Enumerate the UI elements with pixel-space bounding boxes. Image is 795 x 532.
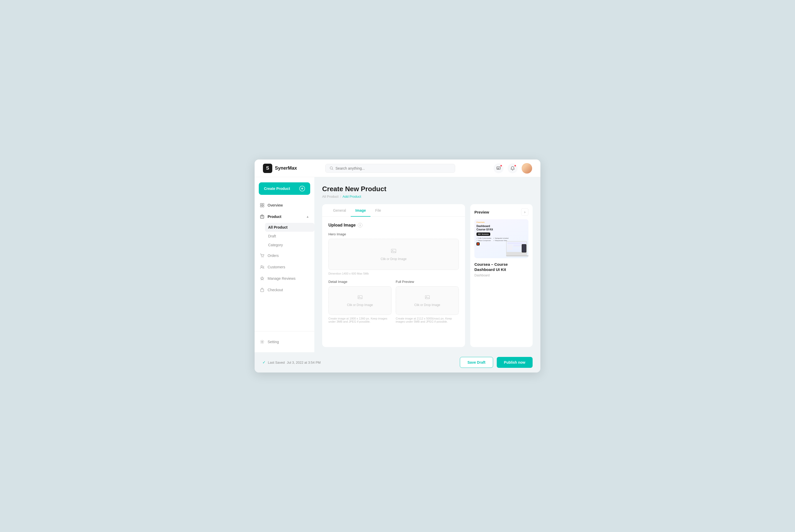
svg-point-9 [261, 265, 262, 267]
content-area: Create New Product All Product / Add Pro… [314, 177, 541, 352]
sidebar-item-orders[interactable]: Orders [254, 250, 314, 261]
svg-rect-10 [261, 289, 264, 292]
form-card: General Image File Upload Image i Hero I… [322, 204, 465, 347]
avatar-image [522, 163, 532, 173]
header: S SynerMax [254, 159, 541, 177]
preview-card: Preview › Courses DashboardCourse UI Kit… [470, 204, 533, 347]
last-saved: ✓ Last Saved Jul 3, 2022 at 3:54 PM [262, 360, 321, 365]
subnav-all-product[interactable]: All Product [265, 223, 314, 232]
box-icon [260, 214, 264, 219]
avatar[interactable] [522, 163, 532, 173]
preview-product-name: Coursea – Course Dashboard UI Kit [474, 262, 528, 272]
product-subnav: All Product Draft Category [254, 223, 314, 249]
info-icon[interactable]: i [358, 223, 362, 228]
logo-area: S SynerMax [263, 164, 320, 173]
notifications-button[interactable] [508, 164, 517, 173]
orders-label: Orders [268, 253, 279, 258]
search-bar [325, 164, 455, 173]
footer-actions: Save Draft Publish now [460, 357, 533, 368]
publish-button[interactable]: Publish now [497, 357, 533, 368]
bag-icon [260, 288, 264, 292]
check-icon: ✓ [262, 360, 266, 365]
hero-image-upload[interactable]: Clik or Drop Image [328, 239, 459, 270]
detail-row: Detail Image Cli [328, 280, 459, 323]
sidebar: Create Product + Overview Product [254, 177, 314, 352]
hero-upload-hint: Dimention 1400 x 600 Max 5Mb [328, 272, 459, 275]
header-actions [494, 163, 532, 173]
logo-icon: S [263, 164, 272, 173]
preview-next-button[interactable]: › [521, 208, 528, 215]
svg-rect-4 [260, 206, 262, 207]
svg-rect-12 [391, 249, 396, 253]
svg-rect-3 [262, 203, 264, 205]
search-input[interactable] [336, 166, 451, 170]
messages-badge [500, 165, 503, 167]
notifications-badge [514, 165, 516, 167]
cart-icon [260, 253, 264, 258]
save-draft-button[interactable]: Save Draft [460, 357, 493, 368]
app-window: S SynerMax [254, 159, 541, 373]
content-body: General Image File Upload Image i Hero I… [322, 204, 533, 347]
breadcrumb-parent[interactable]: All Product [322, 194, 339, 198]
svg-point-7 [262, 256, 262, 257]
breadcrumb: All Product / Add Product [322, 194, 533, 198]
breadcrumb-separator: / [340, 194, 341, 198]
last-saved-time: Jul 3, 2022 at 3:54 PM [287, 361, 321, 364]
create-product-button[interactable]: Create Product + [259, 182, 310, 195]
hero-upload-text: Clik or Drop Image [381, 257, 406, 261]
upload-icon-full [424, 294, 430, 302]
sidebar-item-customers[interactable]: Customers [254, 262, 314, 272]
full-preview-hint: Create image at 2112 x 5000(max) px. Kee… [396, 317, 459, 323]
preview-brand-label: Courses [476, 221, 485, 223]
svg-point-11 [262, 341, 263, 343]
detail-image-label: Detail Image [328, 280, 392, 284]
full-preview-upload[interactable]: Clik or Drop Image [396, 286, 459, 315]
svg-point-8 [263, 256, 263, 257]
svg-point-15 [359, 297, 360, 297]
full-preview-label: Full Preview [396, 280, 459, 284]
subnav-draft[interactable]: Draft [268, 232, 314, 241]
preview-illustration: Courses DashboardCourse UI Kit 60+ Scree… [474, 219, 528, 258]
main-layout: Create Product + Overview Product [254, 177, 541, 352]
checkout-label: Checkout [268, 288, 283, 292]
upload-icon [391, 248, 397, 255]
grid-icon [260, 203, 264, 208]
overview-label: Overview [268, 203, 283, 207]
screens-badge: 60+ Screens [476, 232, 490, 236]
tabs: General Image File [322, 204, 465, 217]
sidebar-item-setting[interactable]: Setting [254, 337, 314, 347]
app-name: SynerMax [275, 166, 297, 171]
manage-reviews-label: Manage Reviews [268, 277, 296, 281]
users-icon [260, 265, 264, 269]
svg-point-13 [392, 250, 393, 251]
footer-bar: ✓ Last Saved Jul 3, 2022 at 3:54 PM Save… [254, 352, 541, 373]
sidebar-item-product[interactable]: Product ▲ [254, 211, 314, 222]
sidebar-item-overview[interactable]: Overview [254, 200, 314, 210]
preview-image: Courses DashboardCourse UI Kit 60+ Scree… [474, 219, 528, 258]
upload-icon-detail [357, 294, 363, 302]
search-icon [330, 166, 333, 170]
svg-rect-5 [262, 206, 264, 207]
product-label: Product [268, 214, 281, 219]
subnav-category[interactable]: Category [268, 241, 314, 249]
tab-general[interactable]: General [328, 204, 351, 217]
customers-label: Customers [268, 265, 285, 269]
preview-header: Preview › [474, 208, 528, 215]
page-title: Create New Product [322, 185, 533, 193]
breadcrumb-current[interactable]: Add Product [343, 194, 361, 198]
full-preview-upload-text: Clik or Drop Image [414, 303, 440, 307]
sidebar-item-checkout[interactable]: Checkout [254, 285, 314, 295]
preview-figma-icon [476, 242, 479, 246]
chevron-up-icon: ▲ [306, 215, 309, 218]
sidebar-item-manage-reviews[interactable]: Manage Reviews [254, 273, 314, 284]
svg-rect-16 [425, 296, 430, 299]
messages-button[interactable] [494, 164, 504, 173]
gear-icon [260, 340, 264, 344]
detail-upload-hint: Create image at 1800 x 1360 px. Keep ima… [328, 317, 392, 323]
detail-image-upload[interactable]: Clik or Drop Image [328, 286, 392, 315]
create-plus-icon: + [299, 186, 305, 191]
tab-file[interactable]: File [371, 204, 386, 217]
tab-image[interactable]: Image [351, 204, 371, 217]
section-title: Upload Image i [328, 223, 459, 228]
full-preview-col: Full Preview Cli [396, 280, 459, 323]
